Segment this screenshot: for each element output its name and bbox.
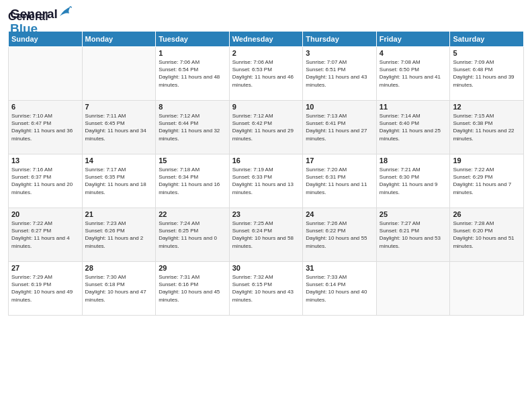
sunset: Sunset: 6:33 PM bbox=[232, 174, 272, 180]
daylight: Daylight: 11 hours and 20 minutes. bbox=[11, 181, 73, 195]
cell-info: Sunrise: 7:24 AM Sunset: 6:25 PM Dayligh… bbox=[159, 220, 226, 250]
sunrise: Sunrise: 7:32 AM bbox=[232, 274, 273, 280]
sunrise: Sunrise: 7:22 AM bbox=[453, 167, 494, 173]
cell-info: Sunrise: 7:16 AM Sunset: 6:37 PM Dayligh… bbox=[11, 166, 79, 196]
daylight: Daylight: 10 hours and 53 minutes. bbox=[380, 235, 441, 248]
page-container: ✎ General SundayMondayTuesdayWednesdayTh… bbox=[0, 0, 532, 318]
day-number: 27 bbox=[11, 264, 79, 272]
calendar-cell: 5 Sunrise: 7:09 AM Sunset: 6:48 PM Dayli… bbox=[450, 47, 524, 101]
calendar-cell: 28 Sunrise: 7:30 AM Sunset: 6:18 PM Dayl… bbox=[82, 262, 156, 316]
sunrise: Sunrise: 7:15 AM bbox=[453, 113, 494, 119]
sunset: Sunset: 6:15 PM bbox=[232, 281, 272, 287]
sunset: Sunset: 6:47 PM bbox=[11, 120, 51, 126]
cell-info: Sunrise: 7:31 AM Sunset: 6:16 PM Dayligh… bbox=[159, 273, 226, 304]
day-number: 18 bbox=[380, 156, 447, 165]
calendar-cell: 8 Sunrise: 7:12 AM Sunset: 6:44 PM Dayli… bbox=[156, 101, 230, 154]
day-header-friday: Friday bbox=[376, 32, 450, 47]
sunrise: Sunrise: 7:08 AM bbox=[380, 59, 420, 65]
calendar-cell: 16 Sunrise: 7:19 AM Sunset: 6:33 PM Dayl… bbox=[229, 154, 303, 208]
sunset: Sunset: 6:16 PM bbox=[159, 281, 198, 287]
daylight: Daylight: 11 hours and 16 minutes. bbox=[159, 181, 220, 195]
cell-info: Sunrise: 7:15 AM Sunset: 6:38 PM Dayligh… bbox=[453, 112, 521, 142]
daylight: Daylight: 10 hours and 55 minutes. bbox=[306, 235, 367, 248]
header: ✎ General bbox=[8, 5, 524, 27]
daylight: Daylight: 11 hours and 4 minutes. bbox=[11, 235, 70, 248]
week-row-4: 20 Sunrise: 7:22 AM Sunset: 6:27 PM Dayl… bbox=[9, 208, 524, 262]
cell-info: Sunrise: 7:14 AM Sunset: 6:40 PM Dayligh… bbox=[380, 112, 447, 142]
sunset: Sunset: 6:24 PM bbox=[232, 228, 272, 234]
day-number: 4 bbox=[380, 49, 447, 57]
calendar-cell: 18 Sunrise: 7:21 AM Sunset: 6:30 PM Dayl… bbox=[376, 154, 450, 208]
sunset: Sunset: 6:51 PM bbox=[306, 66, 345, 73]
sunrise: Sunrise: 7:19 AM bbox=[232, 167, 273, 173]
day-number: 13 bbox=[11, 156, 79, 165]
cell-info: Sunrise: 7:28 AM Sunset: 6:20 PM Dayligh… bbox=[453, 220, 521, 250]
daylight: Daylight: 10 hours and 51 minutes. bbox=[453, 235, 514, 248]
daylight: Daylight: 10 hours and 43 minutes. bbox=[232, 289, 294, 302]
day-number: 29 bbox=[159, 264, 226, 272]
day-header-tuesday: Tuesday bbox=[156, 32, 230, 47]
sunrise: Sunrise: 7:07 AM bbox=[306, 59, 347, 65]
sunrise: Sunrise: 7:16 AM bbox=[11, 167, 52, 173]
cell-info: Sunrise: 7:23 AM Sunset: 6:26 PM Dayligh… bbox=[85, 220, 153, 250]
calendar-cell: 11 Sunrise: 7:14 AM Sunset: 6:40 PM Dayl… bbox=[376, 101, 450, 154]
sunrise: Sunrise: 7:18 AM bbox=[159, 167, 200, 173]
sunset: Sunset: 6:50 PM bbox=[380, 66, 419, 73]
sunrise: Sunrise: 7:06 AM bbox=[232, 59, 273, 65]
sunset: Sunset: 6:48 PM bbox=[453, 66, 492, 73]
daylight: Daylight: 11 hours and 11 minutes. bbox=[306, 181, 367, 195]
sunrise: Sunrise: 7:22 AM bbox=[11, 220, 52, 226]
sunset: Sunset: 6:26 PM bbox=[85, 228, 125, 234]
day-number: 20 bbox=[11, 210, 79, 218]
day-number: 21 bbox=[85, 210, 153, 218]
day-number: 8 bbox=[159, 103, 226, 111]
cell-info: Sunrise: 7:17 AM Sunset: 6:35 PM Dayligh… bbox=[85, 166, 153, 196]
sunset: Sunset: 6:27 PM bbox=[11, 228, 51, 234]
cell-info: Sunrise: 7:12 AM Sunset: 6:42 PM Dayligh… bbox=[232, 112, 300, 142]
logo-block: General Blue bbox=[10, 7, 73, 36]
calendar-cell: 12 Sunrise: 7:15 AM Sunset: 6:38 PM Dayl… bbox=[450, 101, 524, 154]
calendar-cell: 31 Sunrise: 7:33 AM Sunset: 6:14 PM Dayl… bbox=[303, 262, 377, 316]
daylight: Daylight: 11 hours and 9 minutes. bbox=[380, 181, 438, 195]
day-number: 17 bbox=[306, 156, 373, 165]
calendar-cell bbox=[82, 47, 156, 101]
week-row-5: 27 Sunrise: 7:29 AM Sunset: 6:19 PM Dayl… bbox=[9, 262, 524, 316]
sunset: Sunset: 6:41 PM bbox=[306, 120, 345, 126]
sunset: Sunset: 6:40 PM bbox=[380, 120, 419, 126]
sunset: Sunset: 6:31 PM bbox=[306, 174, 345, 180]
week-row-1: 1 Sunrise: 7:06 AM Sunset: 6:54 PM Dayli… bbox=[9, 47, 524, 101]
sunset: Sunset: 6:21 PM bbox=[380, 228, 419, 234]
sunset: Sunset: 6:45 PM bbox=[85, 120, 125, 126]
day-number: 2 bbox=[232, 49, 300, 57]
cell-info: Sunrise: 7:06 AM Sunset: 6:54 PM Dayligh… bbox=[159, 58, 226, 89]
sunset: Sunset: 6:35 PM bbox=[85, 174, 125, 180]
daylight: Daylight: 11 hours and 13 minutes. bbox=[232, 181, 294, 195]
sunrise: Sunrise: 7:10 AM bbox=[11, 113, 52, 119]
calendar-cell: 30 Sunrise: 7:32 AM Sunset: 6:15 PM Dayl… bbox=[229, 262, 303, 316]
sunrise: Sunrise: 7:23 AM bbox=[85, 220, 126, 226]
daylight: Daylight: 11 hours and 22 minutes. bbox=[453, 128, 514, 141]
sunset: Sunset: 6:34 PM bbox=[159, 174, 198, 180]
cell-info: Sunrise: 7:18 AM Sunset: 6:34 PM Dayligh… bbox=[159, 166, 226, 196]
daylight: Daylight: 11 hours and 29 minutes. bbox=[232, 128, 294, 141]
daylight: Daylight: 10 hours and 45 minutes. bbox=[159, 289, 220, 302]
calendar-cell bbox=[376, 262, 450, 316]
sunrise: Sunrise: 7:12 AM bbox=[232, 113, 273, 119]
daylight: Daylight: 11 hours and 32 minutes. bbox=[159, 128, 220, 141]
day-header-saturday: Saturday bbox=[450, 32, 524, 47]
cell-info: Sunrise: 7:30 AM Sunset: 6:18 PM Dayligh… bbox=[85, 273, 153, 304]
daylight: Daylight: 11 hours and 36 minutes. bbox=[11, 128, 73, 141]
daylight: Daylight: 11 hours and 25 minutes. bbox=[380, 128, 441, 141]
daylight: Daylight: 11 hours and 0 minutes. bbox=[159, 235, 217, 248]
sunrise: Sunrise: 7:24 AM bbox=[159, 220, 200, 226]
daylight: Daylight: 11 hours and 34 minutes. bbox=[85, 128, 146, 141]
daylight: Daylight: 10 hours and 49 minutes. bbox=[11, 289, 73, 302]
sunrise: Sunrise: 7:25 AM bbox=[232, 220, 273, 226]
calendar-cell bbox=[9, 47, 83, 101]
calendar-cell: 21 Sunrise: 7:23 AM Sunset: 6:26 PM Dayl… bbox=[82, 208, 156, 262]
daylight: Daylight: 11 hours and 18 minutes. bbox=[85, 181, 146, 195]
day-header-monday: Monday bbox=[82, 32, 156, 47]
cell-info: Sunrise: 7:11 AM Sunset: 6:45 PM Dayligh… bbox=[85, 112, 153, 142]
cell-info: Sunrise: 7:32 AM Sunset: 6:15 PM Dayligh… bbox=[232, 273, 300, 304]
calendar-cell bbox=[450, 262, 524, 316]
